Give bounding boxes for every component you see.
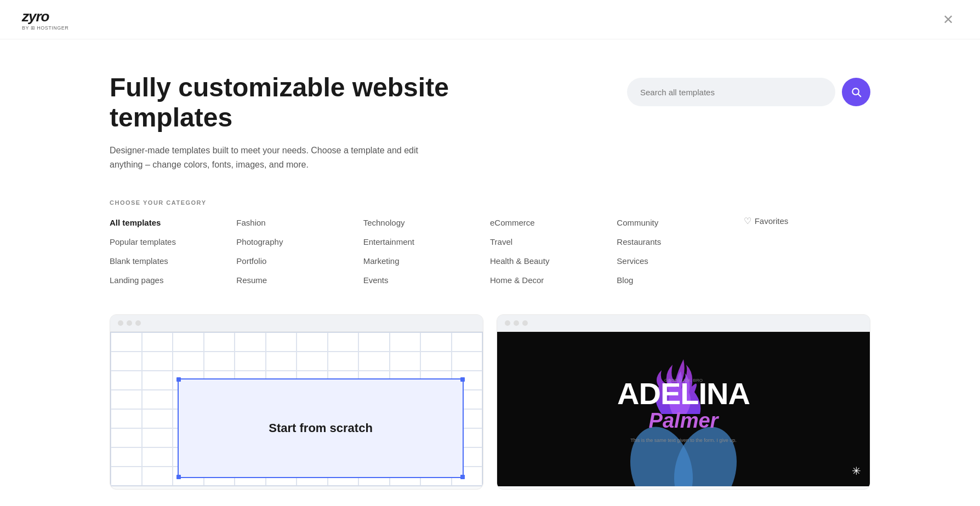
category-item-travel[interactable]: Travel [490,235,617,249]
grid-cell [111,409,142,428]
corner-tl [176,377,181,382]
category-item-services[interactable]: Services [617,254,743,268]
grid-cell [142,447,173,467]
category-col-2: Fashion Photography Portfolio Resume [236,216,363,287]
grid-cell [358,332,390,352]
grid-cell [111,371,142,390]
adelina-text-content: GOOD LUCK, BRO ADELINA Palmer This is th… [617,373,750,444]
category-item-events[interactable]: Events [363,273,490,287]
grid-cell [111,352,142,371]
category-item-photography[interactable]: Photography [236,235,363,249]
category-item-blog[interactable]: Blog [617,273,743,287]
category-item-landing[interactable]: Landing pages [110,273,236,287]
grid-cell [142,332,173,352]
category-item-community[interactable]: Community [617,216,743,229]
category-item-all[interactable]: All templates [110,216,236,229]
grid-cell [142,409,173,428]
category-col-6: ♡ Favorites [744,216,870,287]
grid-cell [452,352,483,371]
adelina-subtitle: Palmer [617,409,750,433]
heart-icon: ♡ [744,216,751,226]
window-dot-5 [514,320,519,326]
grid-cell [111,332,142,352]
category-item-resume[interactable]: Resume [236,273,363,287]
category-item-restaurants[interactable]: Restaurants [617,235,743,249]
grid-cell [173,332,204,352]
search-area [627,78,870,106]
header: zyro by ⊞ HOSTINGER ✕ [0,0,980,39]
category-item-ecommerce[interactable]: eCommerce [490,216,617,229]
category-item-portfolio[interactable]: Portfolio [236,254,363,268]
grid-cell [111,390,142,409]
grid-cell [235,352,266,371]
category-item-popular[interactable]: Popular templates [110,235,236,249]
window-dot-2 [127,320,132,326]
scratch-card-body: (function() { const body = document.curr… [110,332,483,486]
category-item-entertainment[interactable]: Entertainment [363,235,490,249]
grid-cell [142,390,173,409]
grid-cell [328,352,359,371]
adelina-card-body: GOOD LUCK, BRO ADELINA Palmer This is th… [497,332,870,486]
logo: zyro by ⊞ HOSTINGER [22,8,69,31]
grid-cell [235,332,266,352]
grid-cell [111,467,142,486]
window-dot-6 [522,320,528,326]
templates-grid: (function() { const body = document.curr… [110,314,870,490]
grid-cell [142,428,173,447]
adelina-name: ADELINA [617,378,750,409]
close-button[interactable]: ✕ [938,10,958,30]
window-dot-3 [135,320,141,326]
grid-cell [111,428,142,447]
scratch-selection-box: Start from scratch [178,378,464,478]
grid-cell [142,352,173,371]
star-icon: ✳ [852,464,861,478]
corner-br [460,475,465,479]
close-icon: ✕ [943,12,954,27]
category-col-5: Community Restaurants Services Blog [617,216,743,287]
categories-label: CHOOSE YOUR CATEGORY [110,199,870,206]
category-item-health[interactable]: Health & Beauty [490,254,617,268]
grid-cell [390,332,421,352]
grid-cell [142,467,173,486]
favorites-label: Favorites [755,216,789,226]
search-button[interactable] [842,78,870,106]
corner-tr [460,377,465,382]
category-item-fashion[interactable]: Fashion [236,216,363,229]
hero-section: Fully customizable website templates Des… [110,72,870,172]
hero-text: Fully customizable website templates Des… [110,72,449,172]
grid-cell [390,352,421,371]
page-title: Fully customizable website templates [110,72,449,133]
svg-line-1 [858,94,861,97]
card-header-adelina [497,315,870,332]
category-item-favorites[interactable]: ♡ Favorites [744,216,870,226]
category-col-1: All templates Popular templates Blank te… [110,216,236,287]
grid-cell [111,447,142,467]
grid-cell [297,352,328,371]
adelina-logo: GOOD LUCK, BRO [617,378,750,383]
category-item-technology[interactable]: Technology [363,216,490,229]
search-icon [851,87,862,97]
grid-cell [420,332,452,352]
hero-description: Designer-made templates built to meet yo… [110,143,428,171]
card-header-scratch [110,315,483,332]
template-card-scratch[interactable]: (function() { const body = document.curr… [110,314,483,490]
scratch-text: Start from scratch [269,421,373,435]
grid-cell [204,352,235,371]
category-item-marketing[interactable]: Marketing [363,254,490,268]
grid-cell [142,371,173,390]
window-dot-4 [505,320,510,326]
main-content: Fully customizable website templates Des… [0,39,980,506]
grid-cell [452,332,483,352]
adelina-body-text: This is the same text given to the form.… [629,437,738,444]
window-dot-1 [118,320,123,326]
category-col-4: eCommerce Travel Health & Beauty Home & … [490,216,617,287]
search-input[interactable] [627,78,835,106]
grid-cell [358,352,390,371]
category-item-blank[interactable]: Blank templates [110,254,236,268]
grid-cell [266,352,297,371]
grid-cell [173,352,204,371]
category-grid: All templates Popular templates Blank te… [110,216,870,287]
template-card-adelina[interactable]: GOOD LUCK, BRO ADELINA Palmer This is th… [497,314,870,490]
logo-zyro: zyro [22,8,69,25]
category-item-home[interactable]: Home & Decor [490,273,617,287]
